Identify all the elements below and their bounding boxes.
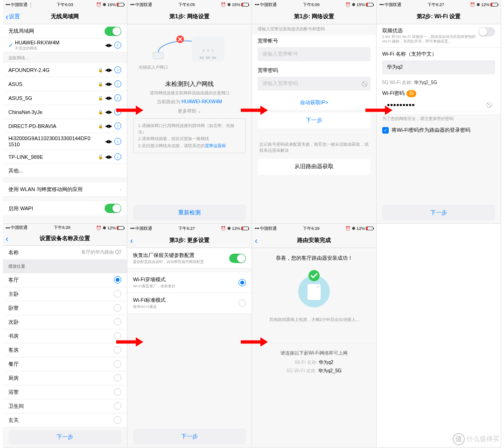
back-button[interactable]: 设置	[6, 13, 20, 21]
ssid-label: ASUS	[8, 81, 22, 87]
other-label: 其他...	[8, 167, 23, 174]
network-row[interactable]: AFOUNDRY-2.4G 🔒◀▶i	[3, 63, 127, 77]
wlan-master-row[interactable]: 无线局域网	[3, 24, 127, 38]
back-button[interactable]	[255, 236, 258, 245]
lock-icon: 🔒	[98, 155, 103, 159]
radio-selected[interactable]	[238, 279, 246, 286]
next-button[interactable]: 下一步	[382, 205, 495, 220]
ssid-label: DIRECT-PD-BRAVIA	[8, 123, 56, 129]
account-input[interactable]: 请输入宽带帐号	[258, 47, 371, 61]
network-row[interactable]: Hi32000G9A110230013300144DF01510 ◀▶i	[3, 133, 127, 150]
use-pwd-as-login-row[interactable]: ✓ 将Wi-Fi密码作为路由器的登录密码	[377, 124, 501, 136]
dual-band-sub: 2.4G 和 5G Wi-Fi 双频合一，路由器自动为您选择更快的Wi-Fi 频…	[382, 35, 478, 44]
auto-ip-link[interactable]: 自动获取IP>	[300, 100, 329, 105]
info-icon[interactable]: i	[114, 94, 121, 101]
network-row[interactable]: ChinaNet-3yJe 🔒◀▶i	[3, 105, 127, 119]
wifi-name-input[interactable]: 华为q2	[382, 60, 495, 74]
dual-band-toggle[interactable]	[478, 27, 495, 36]
connected-network-row[interactable]: ✓ HUAWEI-RKXW4M 不安全的网络 ◀▶ i	[3, 38, 127, 52]
wifi-5g-val: 华为q2_5G	[318, 368, 342, 373]
tip-3a: 3.若仍显示网线未连接，请联系您的	[138, 143, 205, 148]
room-row[interactable]: 玄关	[3, 413, 127, 427]
info-icon[interactable]: i	[114, 42, 121, 49]
back-button[interactable]	[6, 235, 9, 243]
wifi-icon: ◀▶	[105, 81, 112, 86]
status-time: 下午6:09	[303, 2, 320, 8]
retry-button[interactable]: 重新检测	[133, 205, 246, 220]
battery-icon	[241, 227, 249, 230]
info-icon[interactable]: i	[114, 80, 121, 87]
radio-unselected[interactable]	[114, 304, 121, 312]
password-input[interactable]: 请输入宽带密码 ⃠	[258, 77, 371, 91]
connect-hint: 请连接以下新Wi-Fi网络即可上网	[252, 350, 376, 356]
nav-title: 第1步: 网络设置	[169, 13, 210, 21]
room-row[interactable]: 书房	[3, 329, 127, 343]
back-button[interactable]	[130, 236, 133, 245]
carrier-label: 中国联通	[11, 2, 28, 8]
screen-device-location: ••• 中国联通 下午6:28 ⏰ ✽ 12% 设置设备名称及位置 名称 客厅的…	[3, 224, 127, 447]
room-row[interactable]: 次卧	[3, 315, 127, 329]
wifi-pwd-input[interactable]: ●●●●●●●●● ⃠	[382, 98, 495, 112]
standard-mode-row[interactable]: Wi-Fi标准模式 标准Wi-Fi覆盖	[127, 293, 252, 313]
current-router-link[interactable]: HUAWEI-RKXW4M	[182, 99, 222, 104]
restore-config-row[interactable]: 恢复出厂保留关键参数配置 重新配置路由器时，自动帮您填写网络配置	[127, 248, 252, 269]
room-row[interactable]: 餐厅	[3, 357, 127, 371]
room-row[interactable]: 浴室	[3, 385, 127, 399]
info-icon[interactable]: i	[114, 138, 121, 145]
svg-rect-10	[308, 284, 321, 300]
room-row[interactable]: 卧室	[3, 301, 127, 315]
more-help-link[interactable]: 更多帮助 ⌄	[178, 108, 202, 114]
from-old-router-button[interactable]: 从旧路由器获取	[258, 159, 371, 175]
status-time: 下午6:29	[303, 226, 320, 232]
wapi-toggle[interactable]	[105, 204, 121, 213]
wapi-row[interactable]: 启用 WAPI	[3, 201, 127, 215]
next-button[interactable]: 下一步	[258, 113, 371, 128]
radio-unselected[interactable]	[114, 416, 121, 424]
isp-link[interactable]: 宽带运营商	[205, 143, 226, 148]
apps-using-wlan-row[interactable]: 使用 WLAN 与蜂窝移动网的应用 ›	[3, 183, 127, 197]
detect-sub: 请用网线连接互联网和该路由器的任意网口	[142, 88, 237, 99]
wifi-icon: ◀▶	[105, 154, 112, 159]
watermark: 值 什么值得买	[453, 433, 499, 445]
radio-unselected[interactable]	[238, 299, 246, 307]
room-row[interactable]: 客厅	[3, 273, 127, 287]
room-row[interactable]: 客房	[3, 343, 127, 357]
network-row[interactable]: DIRECT-PD-BRAVIA 🔒◀▶i	[3, 119, 127, 133]
nav-title: 第2步: Wi-Fi 设置	[417, 13, 461, 21]
wlan-toggle[interactable]	[105, 27, 121, 36]
radio-unselected[interactable]	[114, 360, 121, 368]
other-network-row[interactable]: 其他...	[3, 164, 127, 178]
info-icon[interactable]: i	[114, 122, 121, 129]
nav-title: 无线局域网	[51, 13, 79, 21]
checkbox-checked-icon[interactable]: ✓	[382, 127, 389, 134]
radio-unselected[interactable]	[114, 374, 121, 382]
wall-mode-row[interactable]: Wi-Fi穿墙模式 Wi-Fi覆盖更广，体验更好	[127, 272, 252, 293]
room-row[interactable]: 厨房	[3, 371, 127, 385]
radio-unselected[interactable]	[114, 318, 121, 326]
info-icon[interactable]: i	[114, 153, 121, 160]
flow-arrow-icon	[115, 105, 145, 116]
network-row[interactable]: ASUS_5G 🔒◀▶i	[3, 91, 127, 105]
room-row[interactable]: 卫生间	[3, 399, 127, 413]
room-row[interactable]: 主卧	[3, 287, 127, 301]
network-row[interactable]: TP-LINK_989E 🔒◀▶i	[3, 150, 127, 164]
radio-unselected[interactable]	[114, 388, 121, 396]
wifi-icon: ◀▶	[105, 95, 112, 100]
flow-arrow-icon	[240, 105, 270, 116]
pwd-strength-badge: 弱	[406, 90, 416, 97]
creds-hint: 请输入宽带运营商提供的帐号和密码	[252, 24, 376, 35]
network-row[interactable]: ASUS 🔒◀▶i	[3, 77, 127, 91]
info-icon[interactable]: i	[114, 66, 121, 73]
restore-toggle[interactable]	[229, 254, 246, 263]
radio-unselected[interactable]	[114, 290, 121, 298]
radio-unselected[interactable]	[114, 402, 121, 410]
next-button[interactable]: 下一步	[133, 428, 246, 444]
nav-title: 第1步: 网络设置	[294, 13, 334, 21]
status-indicators: ⏰ ✽	[96, 2, 106, 7]
screen-step1-detect: ••• 中国联通 下午6:05 ⏰ ✽ 15% 第1步: 网络设置 光猫或入户网…	[127, 0, 252, 223]
illustration-caption: 光猫或入户网口	[139, 64, 168, 71]
radio-selected[interactable]	[114, 276, 121, 284]
flow-arrow-icon	[364, 105, 394, 116]
next-button[interactable]: 下一步	[8, 430, 121, 444]
device-name-row[interactable]: 名称 客厅的华为路由 Q2	[3, 246, 127, 260]
